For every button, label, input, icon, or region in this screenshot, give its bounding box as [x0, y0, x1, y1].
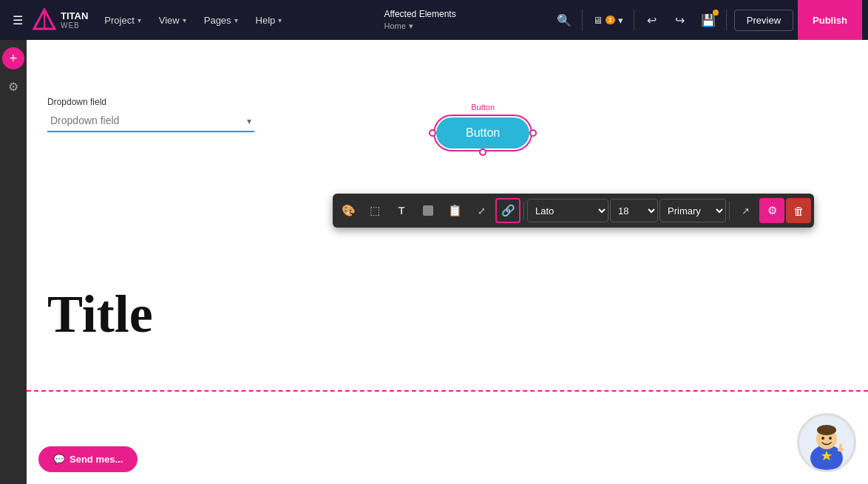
settings-panel-button[interactable]: ⚙	[2, 75, 24, 98]
svg-point-6	[821, 437, 824, 440]
search-icon: 🔍	[557, 13, 572, 27]
resize-handle-bottom[interactable]	[479, 149, 486, 156]
toolbar-divider-2	[729, 202, 730, 219]
text-icon: T	[399, 205, 405, 217]
chat-widget-button[interactable]: 💬 Send mes...	[38, 446, 138, 472]
canvas-title[interactable]: Title	[47, 284, 153, 345]
page-icon: 📋	[448, 204, 462, 217]
chat-label: Send mes...	[69, 454, 123, 465]
toolbar-frame-button[interactable]: ⬚	[362, 198, 387, 223]
helper-avatar[interactable]	[797, 413, 856, 472]
logo-sub: WEB	[61, 21, 88, 30]
button-element-label: Button	[433, 103, 532, 112]
chat-icon: 💬	[53, 454, 65, 465]
screen-size-button[interactable]: 🖥 1 ▾	[587, 12, 629, 29]
plus-icon: +	[10, 51, 18, 67]
toolbar-external-link-button[interactable]: ↗	[733, 198, 758, 223]
svg-point-7	[829, 437, 832, 440]
nav-divider-1	[582, 10, 583, 30]
external-link-icon: ↗	[742, 205, 750, 217]
avatar-image	[799, 415, 854, 470]
redo-button[interactable]: ↪	[667, 7, 694, 33]
breadcrumb-chevron: ▾	[409, 21, 413, 32]
svg-rect-10	[839, 443, 842, 449]
toolbar-link-button[interactable]: 🔗	[495, 198, 521, 223]
section-divider-line	[27, 390, 868, 392]
toolbar-text-button[interactable]: T	[389, 198, 414, 223]
svg-point-5	[817, 425, 836, 435]
redo-icon: ↪	[675, 13, 685, 27]
toolbar-delete-button[interactable]: 🗑	[786, 198, 811, 223]
screen-badge: 1	[606, 16, 615, 24]
toolbar-expand-button[interactable]: ⤢	[469, 198, 494, 223]
button-style-select[interactable]: Primary Secondary Danger	[660, 199, 726, 222]
save-badge	[713, 10, 719, 16]
gear-icon: ⚙	[8, 80, 18, 94]
nav-pages-chevron: ▾	[234, 16, 238, 24]
nav-divider-3	[726, 10, 727, 30]
monitor-icon: 🖥	[593, 15, 603, 26]
nav-project-label: Project	[104, 15, 134, 26]
dropdown-wrapper[interactable]: ▾	[47, 110, 254, 132]
nav-help-chevron: ▾	[278, 16, 282, 24]
font-select[interactable]: Lato Arial Georgia Roboto	[527, 199, 608, 222]
frame-icon: ⬚	[370, 204, 380, 217]
logo[interactable]: TITAN WEB	[33, 8, 88, 32]
paint-icon: 🎨	[342, 204, 356, 217]
breadcrumb-title: Affected Elements	[384, 8, 455, 21]
element-toolbar: 🎨 ⬚ T 📋 ⤢ 🔗	[333, 194, 814, 228]
hamburger-icon: ☰	[13, 13, 23, 27]
save-button[interactable]: 💾	[695, 7, 722, 33]
nav-project-chevron: ▾	[138, 16, 141, 24]
expand-icon: ⤢	[478, 205, 486, 217]
dropdown-field-label: Dropdown field	[47, 97, 254, 107]
breadcrumb-center: Affected Elements Home ▾	[292, 8, 547, 32]
canvas[interactable]: Dropdown field ▾ Button Button 🎨	[27, 40, 868, 484]
nav-help-label: Help	[256, 15, 276, 26]
save-icon: 💾	[701, 13, 716, 27]
toolbar-settings-button[interactable]: ⚙	[759, 198, 784, 223]
search-button[interactable]: 🔍	[551, 7, 577, 33]
hamburger-menu-button[interactable]: ☰	[6, 8, 30, 32]
resize-handle-right[interactable]	[529, 129, 537, 137]
resize-handle-left[interactable]	[429, 129, 436, 137]
button-selection-border: Button	[433, 115, 532, 151]
undo-icon: ↩	[647, 13, 657, 27]
nav-right-actions: 🔍 🖥 1 ▾ ↩ ↪ 💾 Preview Publish	[551, 0, 862, 40]
button-element: Button Button	[433, 103, 532, 151]
toolbar-page-button[interactable]: 📋	[442, 198, 467, 223]
nav-pages-label: Pages	[204, 15, 231, 26]
nav-project[interactable]: Project ▾	[97, 10, 148, 30]
dropdown-input[interactable]	[47, 110, 254, 132]
toolbar-color-button[interactable]	[416, 198, 441, 223]
breadcrumb-home: Home	[384, 21, 405, 32]
dropdown-field-element: Dropdown field ▾	[47, 97, 254, 132]
logo-icon	[33, 8, 56, 32]
nav-view-label: View	[159, 15, 180, 26]
link-icon: 🔗	[501, 204, 515, 217]
toolbar-divider-1	[523, 202, 524, 219]
nav-view[interactable]: View ▾	[152, 10, 194, 30]
settings-icon: ⚙	[767, 204, 777, 217]
nav-divider-2	[634, 10, 634, 30]
button-selected-wrapper: Button	[433, 115, 532, 151]
button-widget[interactable]: Button	[436, 117, 529, 149]
preview-button[interactable]: Preview	[734, 10, 793, 31]
nav-help[interactable]: Help ▾	[248, 10, 290, 30]
breadcrumb-subtitle[interactable]: Home ▾	[384, 21, 455, 32]
nav-view-chevron: ▾	[183, 16, 186, 24]
logo-name: TITAN	[61, 10, 88, 22]
screen-chevron: ▾	[618, 15, 623, 26]
main-area: + ⚙ Dropdown field ▾ Button Button	[0, 40, 868, 484]
trash-icon: 🗑	[793, 205, 804, 217]
font-size-select[interactable]: 12 14 16 18 20 24	[610, 199, 658, 222]
undo-button[interactable]: ↩	[639, 7, 665, 33]
publish-button[interactable]: Publish	[798, 0, 862, 40]
top-navigation: ☰ TITAN WEB Project ▾ View ▾ Pages ▾ Hel…	[0, 0, 868, 40]
add-element-button[interactable]: +	[2, 47, 24, 69]
toolbar-style-button[interactable]: 🎨	[336, 198, 361, 223]
nav-pages[interactable]: Pages ▾	[197, 10, 245, 30]
color-icon	[423, 205, 433, 216]
sidebar: + ⚙	[0, 40, 27, 484]
